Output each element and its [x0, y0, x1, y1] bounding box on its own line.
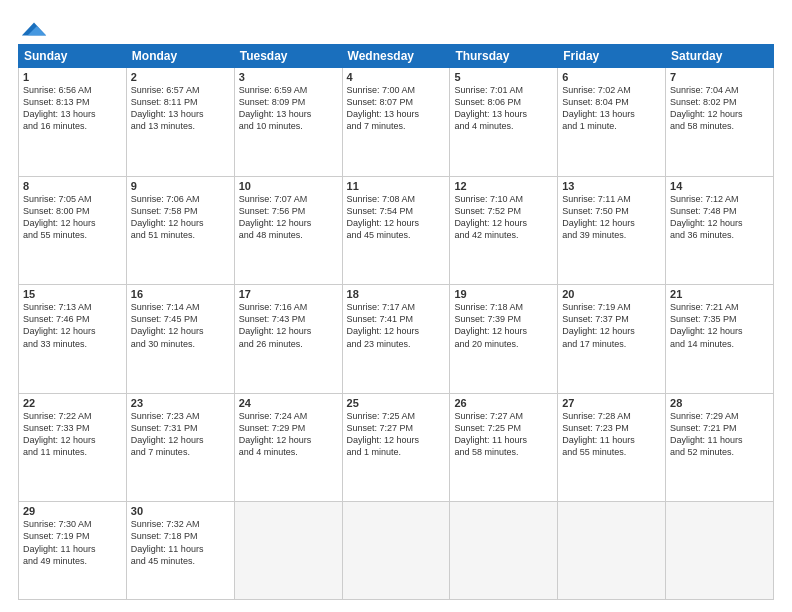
day-number: 13	[562, 180, 661, 192]
day-info: Sunrise: 7:22 AM Sunset: 7:33 PM Dayligh…	[23, 410, 122, 459]
day-number: 14	[670, 180, 769, 192]
day-number: 5	[454, 71, 553, 83]
day-number: 18	[347, 288, 446, 300]
day-info: Sunrise: 7:01 AM Sunset: 8:06 PM Dayligh…	[454, 84, 553, 133]
day-number: 24	[239, 397, 338, 409]
calendar-day-cell: 4Sunrise: 7:00 AM Sunset: 8:07 PM Daylig…	[342, 68, 450, 177]
calendar-day-cell: 8Sunrise: 7:05 AM Sunset: 8:00 PM Daylig…	[19, 176, 127, 285]
day-number: 22	[23, 397, 122, 409]
day-info: Sunrise: 7:23 AM Sunset: 7:31 PM Dayligh…	[131, 410, 230, 459]
day-number: 20	[562, 288, 661, 300]
calendar-day-cell: 15Sunrise: 7:13 AM Sunset: 7:46 PM Dayli…	[19, 285, 127, 394]
day-info: Sunrise: 7:12 AM Sunset: 7:48 PM Dayligh…	[670, 193, 769, 242]
weekday-header: Saturday	[666, 45, 774, 68]
day-info: Sunrise: 7:17 AM Sunset: 7:41 PM Dayligh…	[347, 301, 446, 350]
day-info: Sunrise: 7:06 AM Sunset: 7:58 PM Dayligh…	[131, 193, 230, 242]
day-info: Sunrise: 7:08 AM Sunset: 7:54 PM Dayligh…	[347, 193, 446, 242]
calendar-day-cell: 26Sunrise: 7:27 AM Sunset: 7:25 PM Dayli…	[450, 393, 558, 502]
day-number: 15	[23, 288, 122, 300]
calendar-day-cell	[342, 502, 450, 600]
day-info: Sunrise: 7:29 AM Sunset: 7:21 PM Dayligh…	[670, 410, 769, 459]
calendar-day-cell: 25Sunrise: 7:25 AM Sunset: 7:27 PM Dayli…	[342, 393, 450, 502]
day-info: Sunrise: 7:02 AM Sunset: 8:04 PM Dayligh…	[562, 84, 661, 133]
day-info: Sunrise: 7:07 AM Sunset: 7:56 PM Dayligh…	[239, 193, 338, 242]
day-info: Sunrise: 7:24 AM Sunset: 7:29 PM Dayligh…	[239, 410, 338, 459]
day-info: Sunrise: 7:30 AM Sunset: 7:19 PM Dayligh…	[23, 518, 122, 567]
calendar-day-cell: 6Sunrise: 7:02 AM Sunset: 8:04 PM Daylig…	[558, 68, 666, 177]
calendar-body: 1Sunrise: 6:56 AM Sunset: 8:13 PM Daylig…	[19, 68, 774, 600]
calendar-day-cell: 16Sunrise: 7:14 AM Sunset: 7:45 PM Dayli…	[126, 285, 234, 394]
day-number: 8	[23, 180, 122, 192]
calendar-day-cell: 17Sunrise: 7:16 AM Sunset: 7:43 PM Dayli…	[234, 285, 342, 394]
calendar-day-cell: 21Sunrise: 7:21 AM Sunset: 7:35 PM Dayli…	[666, 285, 774, 394]
calendar-day-cell: 11Sunrise: 7:08 AM Sunset: 7:54 PM Dayli…	[342, 176, 450, 285]
weekday-header: Friday	[558, 45, 666, 68]
calendar-day-cell: 30Sunrise: 7:32 AM Sunset: 7:18 PM Dayli…	[126, 502, 234, 600]
calendar-day-cell: 10Sunrise: 7:07 AM Sunset: 7:56 PM Dayli…	[234, 176, 342, 285]
calendar-day-cell: 14Sunrise: 7:12 AM Sunset: 7:48 PM Dayli…	[666, 176, 774, 285]
calendar-day-cell: 1Sunrise: 6:56 AM Sunset: 8:13 PM Daylig…	[19, 68, 127, 177]
calendar-day-cell: 18Sunrise: 7:17 AM Sunset: 7:41 PM Dayli…	[342, 285, 450, 394]
weekday-header: Tuesday	[234, 45, 342, 68]
calendar-day-cell: 7Sunrise: 7:04 AM Sunset: 8:02 PM Daylig…	[666, 68, 774, 177]
day-info: Sunrise: 7:21 AM Sunset: 7:35 PM Dayligh…	[670, 301, 769, 350]
day-info: Sunrise: 7:05 AM Sunset: 8:00 PM Dayligh…	[23, 193, 122, 242]
calendar-day-cell	[234, 502, 342, 600]
day-info: Sunrise: 7:00 AM Sunset: 8:07 PM Dayligh…	[347, 84, 446, 133]
day-info: Sunrise: 6:57 AM Sunset: 8:11 PM Dayligh…	[131, 84, 230, 133]
day-number: 2	[131, 71, 230, 83]
calendar-day-cell	[558, 502, 666, 600]
calendar-day-cell: 28Sunrise: 7:29 AM Sunset: 7:21 PM Dayli…	[666, 393, 774, 502]
day-number: 1	[23, 71, 122, 83]
calendar-week-row: 8Sunrise: 7:05 AM Sunset: 8:00 PM Daylig…	[19, 176, 774, 285]
weekday-header: Monday	[126, 45, 234, 68]
calendar: SundayMondayTuesdayWednesdayThursdayFrid…	[18, 44, 774, 600]
day-number: 12	[454, 180, 553, 192]
day-number: 17	[239, 288, 338, 300]
calendar-day-cell: 29Sunrise: 7:30 AM Sunset: 7:19 PM Dayli…	[19, 502, 127, 600]
calendar-day-cell: 23Sunrise: 7:23 AM Sunset: 7:31 PM Dayli…	[126, 393, 234, 502]
day-number: 3	[239, 71, 338, 83]
day-info: Sunrise: 7:04 AM Sunset: 8:02 PM Dayligh…	[670, 84, 769, 133]
logo	[18, 18, 48, 36]
day-info: Sunrise: 7:25 AM Sunset: 7:27 PM Dayligh…	[347, 410, 446, 459]
calendar-week-row: 1Sunrise: 6:56 AM Sunset: 8:13 PM Daylig…	[19, 68, 774, 177]
day-number: 11	[347, 180, 446, 192]
calendar-day-cell: 24Sunrise: 7:24 AM Sunset: 7:29 PM Dayli…	[234, 393, 342, 502]
day-number: 9	[131, 180, 230, 192]
day-info: Sunrise: 7:27 AM Sunset: 7:25 PM Dayligh…	[454, 410, 553, 459]
day-number: 30	[131, 505, 230, 517]
calendar-week-row: 22Sunrise: 7:22 AM Sunset: 7:33 PM Dayli…	[19, 393, 774, 502]
calendar-day-cell: 9Sunrise: 7:06 AM Sunset: 7:58 PM Daylig…	[126, 176, 234, 285]
day-number: 26	[454, 397, 553, 409]
logo-icon	[20, 18, 48, 40]
calendar-week-row: 29Sunrise: 7:30 AM Sunset: 7:19 PM Dayli…	[19, 502, 774, 600]
calendar-day-cell: 13Sunrise: 7:11 AM Sunset: 7:50 PM Dayli…	[558, 176, 666, 285]
calendar-day-cell: 19Sunrise: 7:18 AM Sunset: 7:39 PM Dayli…	[450, 285, 558, 394]
calendar-day-cell: 27Sunrise: 7:28 AM Sunset: 7:23 PM Dayli…	[558, 393, 666, 502]
day-info: Sunrise: 7:28 AM Sunset: 7:23 PM Dayligh…	[562, 410, 661, 459]
day-number: 29	[23, 505, 122, 517]
calendar-day-cell: 22Sunrise: 7:22 AM Sunset: 7:33 PM Dayli…	[19, 393, 127, 502]
day-info: Sunrise: 7:32 AM Sunset: 7:18 PM Dayligh…	[131, 518, 230, 567]
day-number: 7	[670, 71, 769, 83]
weekday-header: Wednesday	[342, 45, 450, 68]
page: SundayMondayTuesdayWednesdayThursdayFrid…	[0, 0, 792, 612]
weekday-header: Thursday	[450, 45, 558, 68]
calendar-day-cell: 12Sunrise: 7:10 AM Sunset: 7:52 PM Dayli…	[450, 176, 558, 285]
day-info: Sunrise: 7:19 AM Sunset: 7:37 PM Dayligh…	[562, 301, 661, 350]
day-number: 19	[454, 288, 553, 300]
calendar-day-cell: 20Sunrise: 7:19 AM Sunset: 7:37 PM Dayli…	[558, 285, 666, 394]
day-info: Sunrise: 6:59 AM Sunset: 8:09 PM Dayligh…	[239, 84, 338, 133]
day-info: Sunrise: 7:14 AM Sunset: 7:45 PM Dayligh…	[131, 301, 230, 350]
calendar-header-row: SundayMondayTuesdayWednesdayThursdayFrid…	[19, 45, 774, 68]
day-info: Sunrise: 6:56 AM Sunset: 8:13 PM Dayligh…	[23, 84, 122, 133]
day-number: 10	[239, 180, 338, 192]
day-number: 16	[131, 288, 230, 300]
calendar-day-cell: 2Sunrise: 6:57 AM Sunset: 8:11 PM Daylig…	[126, 68, 234, 177]
day-info: Sunrise: 7:18 AM Sunset: 7:39 PM Dayligh…	[454, 301, 553, 350]
day-number: 21	[670, 288, 769, 300]
calendar-day-cell: 5Sunrise: 7:01 AM Sunset: 8:06 PM Daylig…	[450, 68, 558, 177]
calendar-week-row: 15Sunrise: 7:13 AM Sunset: 7:46 PM Dayli…	[19, 285, 774, 394]
calendar-day-cell: 3Sunrise: 6:59 AM Sunset: 8:09 PM Daylig…	[234, 68, 342, 177]
